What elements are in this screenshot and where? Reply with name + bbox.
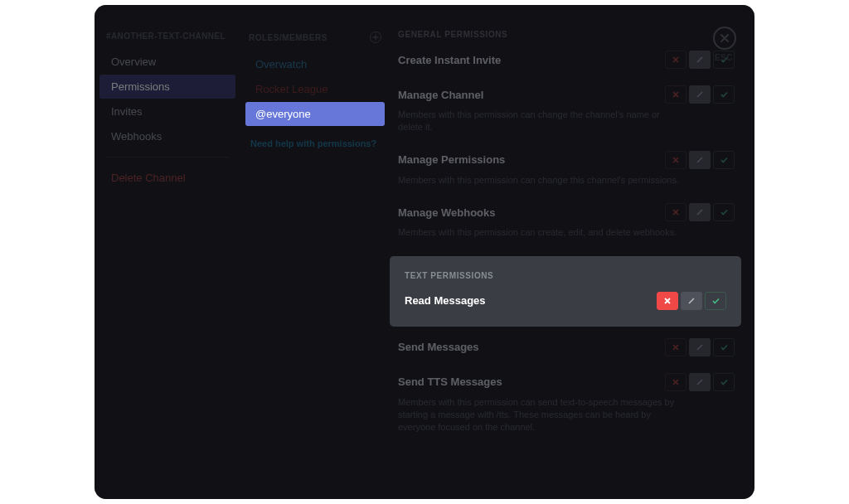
role-overwatch[interactable]: Overwatch: [245, 52, 385, 76]
channel-header: #ANOTHER-TEXT-CHANNEL: [95, 28, 240, 49]
toggle-neutral[interactable]: [689, 151, 711, 169]
roles-header: ROLES/MEMBERS: [249, 33, 327, 42]
section-text: TEXT PERMISSIONS: [405, 271, 726, 280]
plus-icon: [372, 34, 379, 41]
close-button[interactable]: [713, 27, 736, 50]
add-role-button[interactable]: [370, 32, 381, 43]
perm-desc: Members with this permission can change …: [398, 109, 680, 134]
nav-permissions[interactable]: Permissions: [99, 75, 235, 99]
toggle-group: [665, 338, 735, 356]
highlight-text-permissions: TEXT PERMISSIONS Read Messages: [390, 256, 741, 327]
slash-icon: [687, 297, 696, 305]
esc-label: ESC: [715, 53, 733, 62]
nav-invites[interactable]: Invites: [99, 99, 235, 124]
nav-webhooks[interactable]: Webhooks: [99, 124, 235, 148]
perm-title: Manage Channel: [398, 89, 483, 101]
app-frame: ESC #ANOTHER-TEXT-CHANNEL Overview Permi…: [95, 5, 754, 499]
toggle-allow[interactable]: [713, 203, 735, 221]
toggle-allow[interactable]: [713, 85, 735, 104]
perm-title: Read Messages: [405, 294, 486, 307]
perm-title: Manage Webhooks: [398, 206, 496, 219]
permissions-help-link[interactable]: Need help with permissions?: [240, 127, 390, 160]
toggle-deny[interactable]: [665, 338, 686, 356]
toggle-neutral[interactable]: [689, 338, 711, 356]
perm-title: Send TTS Messages: [398, 376, 502, 388]
toggle-allow[interactable]: [705, 292, 726, 310]
toggle-deny-active[interactable]: [657, 292, 678, 310]
toggle-deny[interactable]: [665, 51, 686, 69]
check-icon: [711, 297, 720, 305]
toggle-neutral[interactable]: [689, 85, 711, 104]
toggle-group: [665, 373, 735, 391]
toggle-deny[interactable]: [665, 203, 686, 221]
toggle-allow[interactable]: [713, 373, 735, 391]
perm-row: Send Messages: [398, 338, 735, 356]
perm-desc: Members with this permission can create,…: [398, 226, 680, 239]
perm-desc: Members with this permission can send te…: [398, 396, 680, 434]
perm-desc: Members with this permission can change …: [398, 174, 680, 187]
toggle-group: [665, 85, 735, 104]
toggle-deny[interactable]: [665, 85, 686, 104]
x-icon: [663, 297, 672, 305]
perm-title: Create Instant Invite: [398, 54, 501, 66]
toggle-neutral[interactable]: [681, 292, 702, 310]
toggle-allow[interactable]: [713, 151, 735, 169]
role-everyone[interactable]: @everyone: [245, 102, 385, 126]
close-icon: [720, 33, 730, 43]
toggle-group: [657, 292, 726, 310]
perm-row: Manage Webhooks Members with this permis…: [398, 203, 735, 239]
sidebar-separator: [106, 157, 229, 158]
toggle-neutral[interactable]: [689, 373, 711, 391]
roles-header-row: ROLES/MEMBERS: [240, 28, 390, 51]
nav-delete-channel[interactable]: Delete Channel: [99, 166, 235, 190]
section-general: GENERAL PERMISSIONS: [398, 30, 735, 39]
perm-row: Create Instant Invite: [398, 51, 735, 69]
perm-row: Send TTS Messages Members with this perm…: [398, 373, 735, 434]
role-rocket-league[interactable]: Rocket League: [245, 77, 385, 101]
sidebar-left: #ANOTHER-TEXT-CHANNEL Overview Permissio…: [95, 5, 240, 499]
toggle-group: [665, 151, 735, 169]
nav-overview[interactable]: Overview: [99, 50, 235, 74]
toggle-allow[interactable]: [713, 338, 735, 356]
toggle-deny[interactable]: [665, 373, 686, 391]
toggle-deny[interactable]: [665, 151, 686, 169]
toggle-group: [665, 203, 735, 221]
toggle-neutral[interactable]: [689, 51, 711, 69]
roles-column: ROLES/MEMBERS Overwatch Rocket League @e…: [240, 5, 390, 499]
perm-row: Manage Permissions Members with this per…: [398, 151, 735, 187]
toggle-neutral[interactable]: [689, 203, 711, 221]
permissions-panel: GENERAL PERMISSIONS Create Instant Invit…: [390, 5, 754, 499]
perm-title: Manage Permissions: [398, 153, 505, 166]
perm-row: Manage Channel Members with this permiss…: [398, 85, 735, 134]
perm-title: Send Messages: [398, 341, 479, 353]
